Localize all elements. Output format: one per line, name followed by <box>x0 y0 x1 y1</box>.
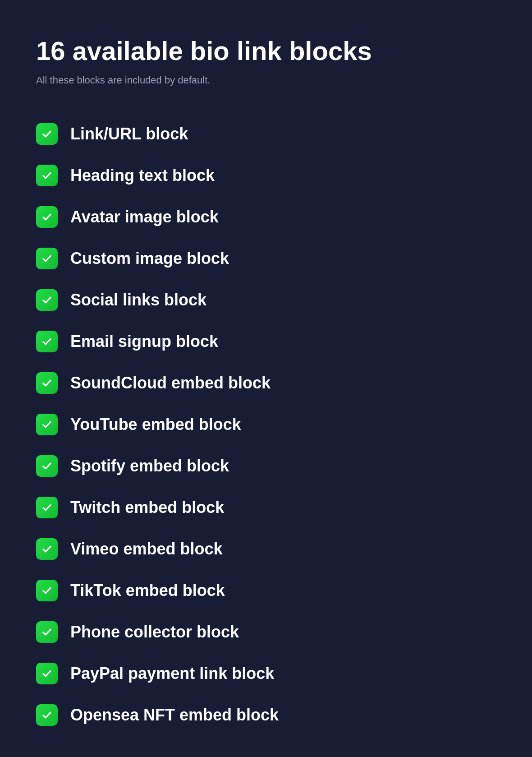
block-label: Phone collector block <box>70 622 239 642</box>
list-item: SoundCloud embed block <box>36 362 496 404</box>
list-item: Vimeo embed block <box>36 528 496 570</box>
checkmark-icon <box>41 626 53 638</box>
checkmark-icon <box>41 294 53 306</box>
list-item: Email signup block <box>36 321 496 362</box>
block-label: SoundCloud embed block <box>70 373 271 392</box>
checkmark-icon <box>41 211 53 223</box>
checkmark-icon <box>41 709 53 721</box>
checkbox-icon <box>36 497 58 518</box>
block-label: Opensea NFT embed block <box>70 705 279 725</box>
checkmark-icon <box>41 543 53 555</box>
list-item: Heading text block <box>36 155 496 196</box>
checkmark-icon <box>41 501 53 514</box>
checkbox-icon <box>36 414 58 435</box>
page-title: 16 available bio link blocks <box>36 36 496 66</box>
checkbox-icon <box>36 165 58 186</box>
block-label: Avatar image block <box>70 207 219 226</box>
checkmark-icon <box>41 584 53 597</box>
list-item: YouTube embed block <box>36 404 496 445</box>
checkmark-icon <box>41 169 53 182</box>
checkmark-icon <box>41 377 53 389</box>
block-label: Email signup block <box>70 332 218 351</box>
list-item: Spotify embed block <box>36 445 496 487</box>
checkbox-icon <box>36 704 58 726</box>
checkbox-icon <box>36 580 58 601</box>
list-item: Custom image block <box>36 238 496 279</box>
list-item: Avatar image block <box>36 196 496 238</box>
block-label: Twitch embed block <box>70 498 224 517</box>
checkmark-icon <box>41 335 53 348</box>
list-item: TikTok embed block <box>36 570 496 611</box>
list-item: Link/URL block <box>36 113 496 155</box>
checkmark-icon <box>41 667 53 680</box>
checkbox-icon <box>36 621 58 643</box>
checkmark-icon <box>41 418 53 431</box>
list-item: Opensea NFT embed block <box>36 694 496 736</box>
block-list: Link/URL block Heading text block Avatar… <box>36 113 496 736</box>
block-label: PayPal payment link block <box>70 664 274 683</box>
checkbox-icon <box>36 538 58 560</box>
checkbox-icon <box>36 248 58 269</box>
checkbox-icon <box>36 289 58 311</box>
checkbox-icon <box>36 663 58 684</box>
checkbox-icon <box>36 372 58 394</box>
checkmark-icon <box>41 128 53 140</box>
checkmark-icon <box>41 460 53 472</box>
checkbox-icon <box>36 455 58 477</box>
block-label: Spotify embed block <box>70 456 229 475</box>
block-label: Heading text block <box>70 166 215 185</box>
list-item: Phone collector block <box>36 611 496 653</box>
block-label: YouTube embed block <box>70 415 241 434</box>
checkbox-icon <box>36 123 58 145</box>
block-label: Vimeo embed block <box>70 539 222 559</box>
block-label: Custom image block <box>70 249 229 268</box>
block-label: Link/URL block <box>70 124 188 143</box>
checkbox-icon <box>36 331 58 352</box>
list-item: PayPal payment link block <box>36 653 496 694</box>
block-label: Social links block <box>70 290 206 309</box>
list-item: Twitch embed block <box>36 487 496 528</box>
block-label: TikTok embed block <box>70 581 225 600</box>
list-item: Social links block <box>36 279 496 321</box>
checkbox-icon <box>36 206 58 228</box>
checkmark-icon <box>41 252 53 265</box>
page-subtitle: All these blocks are included by default… <box>36 74 496 86</box>
